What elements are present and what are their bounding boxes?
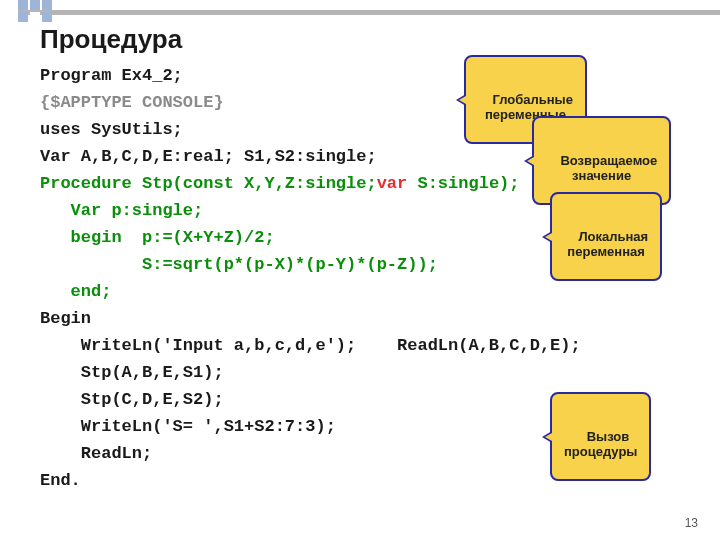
callout-tail-icon [542,431,552,443]
slide: Процедура Program Ex4_2; {$APPTYPE CONSO… [0,0,720,540]
code-keyword: var [377,174,408,193]
slide-title: Процедура [40,24,182,55]
callout-text: Локальная переменная [567,229,648,259]
callout-tail-icon [524,155,534,167]
code-line: begin p:=(X+Y+Z)/2; [40,224,581,251]
code-line: Stp(C,D,E,S2); [40,386,581,413]
code-text: S:single); [407,174,519,193]
callout-tail-icon [456,94,466,106]
code-line: Var A,B,C,D,E:real; S1,S2:single; [40,143,581,170]
callout-tail-icon [542,231,552,243]
code-line: Begin [40,305,581,332]
code-line: end; [40,278,581,305]
code-line: WriteLn('Input a,b,c,d,e'); ReadLn(A,B,C… [40,332,581,359]
code-line: End. [40,467,581,494]
code-line: ReadLn; [40,440,581,467]
decor-bar [18,10,720,15]
callout-text: Вызов процедуры [564,429,637,459]
code-line: WriteLn('S= ',S1+S2:7:3); [40,413,581,440]
code-line: Stp(A,B,E,S1); [40,359,581,386]
callout-procedure-call: Вызов процедуры [550,392,651,481]
code-line: Procedure Stp(const X,Y,Z:single;var S:s… [40,170,581,197]
page-number: 13 [685,516,698,530]
callout-text: Возвращаемое значение [560,153,657,183]
callout-local-var: Локальная переменная [550,192,662,281]
code-keyword: Procedure Stp(const X,Y,Z:single; [40,174,377,193]
code-line: S:=sqrt(p*(p-X)*(p-Y)*(p-Z)); [40,251,581,278]
code-line: Var p:single; [40,197,581,224]
